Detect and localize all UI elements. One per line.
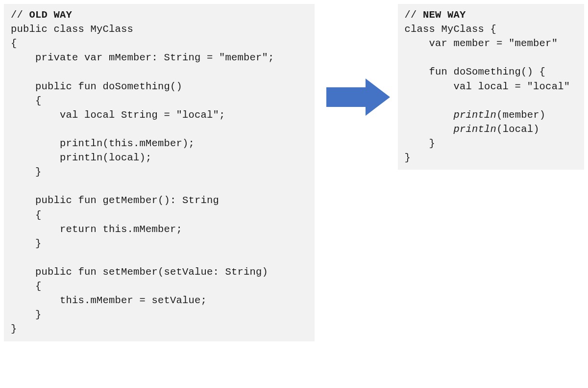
comment-prefix: // (11, 9, 29, 21)
indent (405, 109, 454, 121)
code-line: } (11, 323, 17, 335)
code-line: var member = "member" (405, 38, 558, 49)
comment-line: // OLD WAY (11, 9, 72, 21)
function-call: println (454, 124, 497, 135)
function-call: println (454, 109, 497, 121)
code-line: println(local) (405, 124, 539, 135)
code-line: { (11, 281, 42, 292)
code-line: } (11, 166, 42, 178)
code-line: } (405, 138, 436, 149)
comment-title: NEW WAY (423, 9, 466, 21)
args: (member) (496, 109, 545, 121)
comment-line: // NEW WAY (405, 9, 466, 21)
old-way-code-block: // OLD WAY public class MyClass { privat… (4, 4, 315, 341)
svg-marker-0 (326, 78, 390, 116)
comparison-container: // OLD WAY public class MyClass { privat… (0, 0, 588, 345)
arrow-container (315, 4, 398, 117)
code-line: } (405, 152, 411, 163)
indent (405, 124, 454, 135)
code-line: this.mMember = setValue; (11, 295, 207, 306)
code-line: public fun getMember(): String (11, 195, 219, 206)
code-line: public fun doSomething() (11, 81, 182, 92)
comment-title: OLD WAY (29, 9, 73, 21)
code-line: println(local); (11, 152, 152, 163)
comment-prefix: // (405, 9, 423, 21)
code-line: class MyClass { (405, 24, 497, 35)
code-line: fun doSomething() { (405, 66, 546, 78)
args: (local) (496, 124, 539, 135)
code-line: val local = "local" (405, 81, 570, 92)
code-line: public class MyClass (11, 24, 133, 35)
code-line: val local String = "local"; (11, 109, 225, 121)
code-line: println(member) (405, 109, 546, 121)
code-line: println(this.mMember); (11, 138, 195, 149)
code-line: { (11, 95, 42, 106)
code-line: } (11, 309, 42, 320)
code-line: public fun setMember(setValue: String) (11, 266, 268, 278)
code-line: { (11, 38, 17, 49)
new-way-code-block: // NEW WAY class MyClass { var member = … (398, 4, 584, 170)
code-line: return this.mMember; (11, 224, 182, 235)
code-line: private var mMember: String = "member"; (11, 52, 274, 63)
arrow-right-icon (325, 78, 391, 117)
code-line: { (11, 209, 42, 221)
code-line: } (11, 238, 42, 249)
